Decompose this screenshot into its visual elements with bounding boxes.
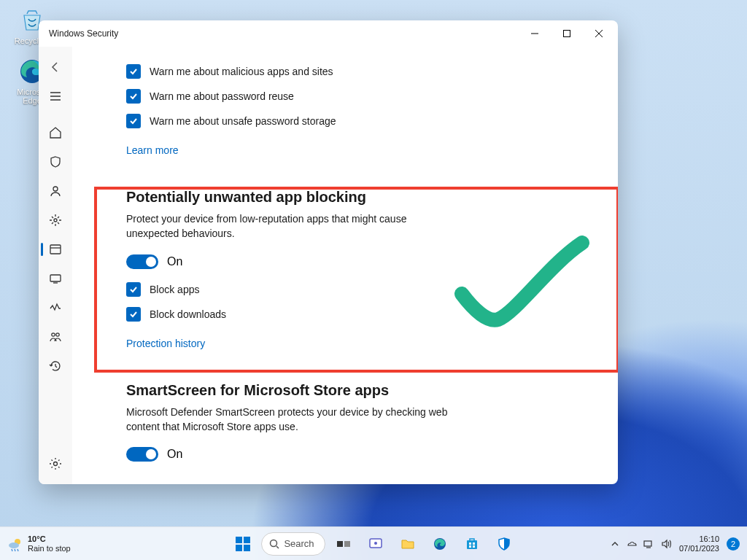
start-button[interactable] (229, 530, 257, 558)
toggle-state-label: On (167, 255, 182, 268)
svg-point-6 (52, 333, 55, 336)
checkbox-label: Block downloads (150, 308, 226, 320)
toggle-row: On (126, 254, 599, 269)
nav-settings[interactable] (41, 451, 70, 477)
toggle-row: On (126, 447, 599, 462)
pua-section: Potentially unwanted app blocking Protec… (126, 189, 599, 350)
svg-rect-21 (467, 540, 477, 549)
checkbox-malicious-apps[interactable] (126, 64, 141, 79)
nav-app-browser-control[interactable] (41, 236, 70, 262)
smartscreen-description: Microsoft Defender SmartScreen protects … (126, 405, 469, 435)
svg-point-15 (271, 540, 277, 546)
weather-status: Rain to stop (28, 544, 71, 553)
nav-virus-protection[interactable] (41, 149, 70, 175)
svg-rect-16 (337, 541, 343, 547)
checkbox-label: Warn me about unsafe password storage (150, 115, 336, 127)
minimize-button[interactable] (519, 22, 551, 45)
svg-point-10 (9, 542, 19, 548)
svg-rect-14 (244, 545, 250, 551)
nav-home[interactable] (41, 120, 70, 146)
store-button[interactable] (458, 530, 486, 558)
nav-device-performance[interactable] (41, 295, 70, 321)
checkbox-row: Block downloads (126, 307, 599, 322)
close-button[interactable] (583, 22, 615, 45)
file-explorer-button[interactable] (394, 530, 422, 558)
content-pane: Warn me about malicious apps and sites W… (72, 47, 618, 484)
taskbar-clock[interactable]: 16:10 07/01/2023 (679, 534, 719, 553)
chevron-up-icon (611, 540, 619, 548)
pua-heading: Potentially unwanted app blocking (126, 189, 599, 206)
taskbar-search[interactable]: Search (261, 532, 325, 556)
svg-rect-25 (473, 545, 475, 548)
checkbox-label: Warn me about password reuse (150, 90, 294, 102)
network-icon (643, 538, 654, 550)
checkbox-block-downloads[interactable] (126, 307, 141, 322)
svg-rect-24 (469, 545, 471, 548)
smartscreen-heading: SmartScreen for Microsoft Store apps (126, 382, 599, 399)
checkbox-row: Block apps (126, 282, 599, 297)
titlebar: Windows Security (39, 20, 618, 47)
checkbox-row: Warn me about password reuse (126, 89, 599, 104)
windows-security-window: Windows Security Warn me about malicious (39, 20, 618, 484)
maximize-button[interactable] (551, 22, 583, 45)
toggle-state-label: On (167, 448, 182, 461)
weather-icon (7, 536, 23, 552)
search-placeholder: Search (284, 538, 314, 549)
pua-description: Protect your device from low-reputation … (126, 211, 440, 241)
svg-point-19 (374, 542, 377, 545)
svg-point-8 (54, 462, 58, 466)
svg-rect-23 (473, 542, 475, 545)
back-button[interactable] (41, 54, 70, 80)
svg-rect-13 (236, 545, 242, 551)
windows-security-button[interactable] (490, 530, 518, 558)
smartscreen-toggle[interactable] (126, 447, 158, 462)
svg-rect-22 (469, 542, 471, 545)
system-tray[interactable] (611, 538, 672, 550)
pua-toggle[interactable] (126, 254, 158, 269)
taskbar: 10°C Rain to stop Search 16:10 07/01/202… (0, 526, 747, 560)
nav-family-options[interactable] (41, 324, 70, 350)
weather-widget[interactable]: 10°C Rain to stop (7, 534, 71, 552)
checkbox-row: Warn me about malicious apps and sites (126, 64, 599, 79)
checkbox-password-reuse[interactable] (126, 89, 141, 104)
nav-device-security[interactable] (41, 265, 70, 292)
window-title: Windows Security (49, 28, 519, 39)
nav-firewall[interactable] (41, 207, 70, 233)
checkbox-label: Block apps (150, 284, 199, 295)
volume-icon (660, 538, 672, 550)
chat-button[interactable] (362, 530, 390, 558)
clock-date: 07/01/2023 (679, 544, 719, 553)
svg-rect-1 (564, 31, 570, 37)
search-icon (269, 539, 279, 549)
nav-protection-history[interactable] (41, 353, 70, 379)
checkbox-unsafe-password-storage[interactable] (126, 114, 141, 128)
menu-button[interactable] (41, 83, 70, 109)
protection-history-link[interactable]: Protection history (126, 338, 205, 349)
checkbox-row: Warn me about unsafe password storage (126, 114, 599, 128)
checkbox-label: Warn me about malicious apps and sites (150, 66, 333, 77)
notification-badge[interactable]: 2 (727, 537, 740, 551)
svg-rect-17 (344, 541, 350, 547)
svg-rect-5 (50, 275, 61, 281)
svg-point-2 (53, 187, 58, 191)
clock-time: 16:10 (679, 534, 719, 544)
svg-rect-4 (50, 245, 61, 254)
task-view-button[interactable] (330, 530, 357, 558)
edge-button[interactable] (426, 530, 454, 558)
svg-point-7 (56, 333, 59, 336)
checkbox-block-apps[interactable] (126, 282, 141, 297)
weather-temp: 10°C (28, 534, 71, 543)
sidebar (39, 47, 72, 484)
svg-point-3 (54, 219, 57, 222)
svg-rect-11 (236, 537, 242, 543)
smartscreen-section: SmartScreen for Microsoft Store apps Mic… (126, 382, 599, 462)
nav-account-protection[interactable] (41, 178, 70, 204)
svg-rect-12 (244, 537, 250, 543)
svg-rect-26 (644, 541, 651, 546)
onedrive-icon (625, 538, 637, 550)
learn-more-link[interactable]: Learn more (126, 144, 179, 156)
